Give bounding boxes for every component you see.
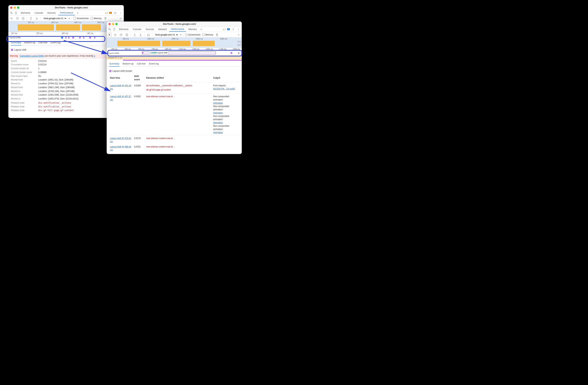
inspect-icon[interactable]	[9, 11, 14, 15]
subtab-bottomup[interactable]: Bottom-up	[123, 62, 134, 65]
layout-shift-link[interactable]: Layout shift @ 503.26 ms	[110, 154, 131, 154]
subtab-bottomup[interactable]: Bottom-up	[24, 41, 35, 44]
reload-icon[interactable]	[119, 33, 123, 37]
subtab-summary[interactable]: Summary	[11, 41, 21, 45]
trash-icon[interactable]	[215, 33, 219, 37]
close-icon[interactable]	[108, 23, 111, 25]
upload-icon[interactable]	[133, 33, 137, 37]
minimize-icon[interactable]	[112, 23, 114, 25]
minimize-icon[interactable]	[14, 7, 16, 9]
close-icon[interactable]	[10, 7, 12, 9]
flamechart-area[interactable]: Layout shifts 0.0269 Layout shift Frames…	[107, 51, 242, 61]
table-row: Layout shift @ 457.07 ms0.0282mat-sidena…	[109, 93, 239, 135]
trash-icon[interactable]	[104, 16, 107, 21]
gear-icon[interactable]	[119, 16, 123, 21]
record-icon[interactable]	[9, 16, 14, 21]
flamechart-area[interactable]: Layout shifts	[8, 35, 124, 40]
culprit-link[interactable]: t5sJIQcYNI…IUI.woff2	[213, 87, 235, 90]
element-node[interactable]: mat-sidenav-content.mat-dr…	[146, 95, 175, 98]
memory-checkbox[interactable]: Memory	[91, 17, 102, 20]
devtools-window-right: DevTools - fonts.google.com/ Elements Co…	[107, 21, 242, 154]
device-icon[interactable]	[14, 11, 18, 15]
element-node[interactable]: mat-sidenav-content.mat-dr…	[146, 145, 175, 148]
device-icon[interactable]	[112, 27, 117, 31]
screenshots-checkbox[interactable]: Screenshots	[74, 17, 89, 20]
tab-console[interactable]: Console	[33, 11, 45, 15]
svg-point-3	[11, 18, 12, 19]
toggle-pane-icon[interactable]	[108, 33, 111, 37]
culprit-link[interactable]: Animation	[213, 121, 223, 124]
layout-shift-tooltip: 0.0269 Layout shift	[149, 51, 168, 54]
window-title: DevTools - fonts.google.com/	[21, 6, 122, 9]
tab-elements[interactable]: Elements	[19, 11, 32, 15]
element-node[interactable]: div.notification__actions	[146, 84, 169, 87]
culprit-link[interactable]: Animation	[213, 102, 223, 104]
cls-link[interactable]: Cumulative Layout Shifts	[20, 55, 44, 57]
tab-memory[interactable]: Memory	[187, 27, 198, 31]
gear-icon[interactable]	[237, 33, 241, 37]
download-icon[interactable]	[35, 16, 39, 21]
svg-point-9	[114, 34, 116, 36]
overview-minimap[interactable]: 997 ms 1997 ms 2997 ms 3997 ms	[8, 21, 124, 32]
culprit-link[interactable]: Animation	[213, 131, 223, 134]
maximize-icon[interactable]	[115, 23, 118, 25]
subtab-calltree[interactable]: Call tree	[137, 62, 146, 65]
element-node[interactable]: div.gf-full-page.gf-content	[146, 88, 171, 91]
clear-icon[interactable]	[21, 16, 25, 21]
more-tabs-icon[interactable]: »	[76, 11, 80, 15]
warning-badge[interactable]: 1	[223, 28, 226, 30]
subtab-eventlog[interactable]: Event log	[51, 41, 61, 44]
record-icon[interactable]	[113, 33, 117, 37]
tab-sources[interactable]: Sources	[45, 11, 58, 15]
maximize-icon[interactable]	[17, 7, 19, 9]
screenshots-checkbox[interactable]: Screenshots	[185, 34, 200, 36]
clear-icon[interactable]	[125, 33, 129, 37]
element-node[interactable]: mat-sidenav-content.mat-dr…	[146, 153, 175, 154]
timeline-ruler[interactable]: 197 ms 297 ms 397 ms 497 ms 597 ms	[8, 32, 124, 35]
devtools-window-left: DevTools - fonts.google.com/ Elements Co…	[8, 5, 124, 118]
more-tabs-icon[interactable]: »	[199, 27, 203, 31]
svg-point-2	[115, 13, 116, 13]
gear-icon[interactable]	[113, 11, 117, 15]
culprit-link[interactable]: Animation	[213, 112, 223, 114]
reload-icon[interactable]	[15, 16, 19, 21]
kebab-icon[interactable]: ⋮	[237, 27, 241, 31]
summary-content: Layout shift cluster Start time Shift sc…	[107, 67, 242, 154]
profile-select[interactable]: fonts.google.com #1	[154, 33, 178, 37]
tab-console[interactable]: Console	[131, 27, 143, 31]
kebab-icon[interactable]: ⋮	[119, 11, 123, 15]
home-icon[interactable]	[146, 33, 150, 37]
subtab-summary[interactable]: Summary	[109, 62, 119, 67]
tab-performance[interactable]: Performance	[58, 11, 75, 15]
overview-minimap[interactable]: 995 ms 1995 ms 2995 ms 3995 ms 4995 ms C…	[107, 38, 242, 48]
cpu-label: CPU	[237, 41, 241, 43]
memory-checkbox[interactable]: Memory	[202, 34, 213, 36]
tab-sources[interactable]: Sources	[144, 27, 156, 31]
layout-shift-link[interactable]: Layout shift @ 441.20 ms	[110, 84, 131, 90]
layout-shift-link[interactable]: Layout shift @ 457.07 ms	[110, 95, 131, 101]
warning-badge[interactable]: 2	[105, 12, 108, 14]
inspect-icon[interactable]	[108, 27, 112, 31]
layout-shift-link[interactable]: Layout shift @ 486.54 ms	[110, 146, 131, 151]
tab-elements[interactable]: Elements	[117, 27, 130, 31]
issues-badge[interactable]: 1	[109, 12, 112, 14]
summary-subtabs: Summary Bottom-up Call tree Event log	[8, 40, 124, 45]
subtab-calltree[interactable]: Call tree	[39, 41, 47, 44]
element-node[interactable]: div.notification__actions	[169, 84, 192, 87]
download-icon[interactable]	[139, 33, 143, 37]
issues-badge[interactable]: 1	[227, 28, 230, 30]
svg-rect-7	[114, 28, 115, 30]
timeline-ruler[interactable]: 195 ms 395 ms 595 ms 795 ms 995 ms 1195 …	[107, 48, 242, 51]
subtab-eventlog[interactable]: Event log	[149, 62, 159, 65]
main-panel-tabs: Elements Console Sources Performance » 2…	[8, 10, 124, 16]
kv-key: Cumulative score	[11, 63, 36, 66]
upload-icon[interactable]	[29, 16, 33, 21]
element-node[interactable]: mat-sidenav-content.mat-dr…	[146, 137, 175, 140]
tab-network[interactable]: Network	[157, 27, 168, 31]
layout-shifts-track: Layout shifts	[8, 36, 25, 39]
frames-track: Frames 67.1 ms	[107, 56, 123, 59]
gear-icon[interactable]	[231, 27, 235, 31]
profile-select[interactable]: fonts.google.com #1	[42, 17, 67, 20]
layout-shift-link[interactable]: Layout shift @ 470.53 ms	[110, 137, 131, 143]
tab-performance[interactable]: Performance	[169, 27, 186, 32]
